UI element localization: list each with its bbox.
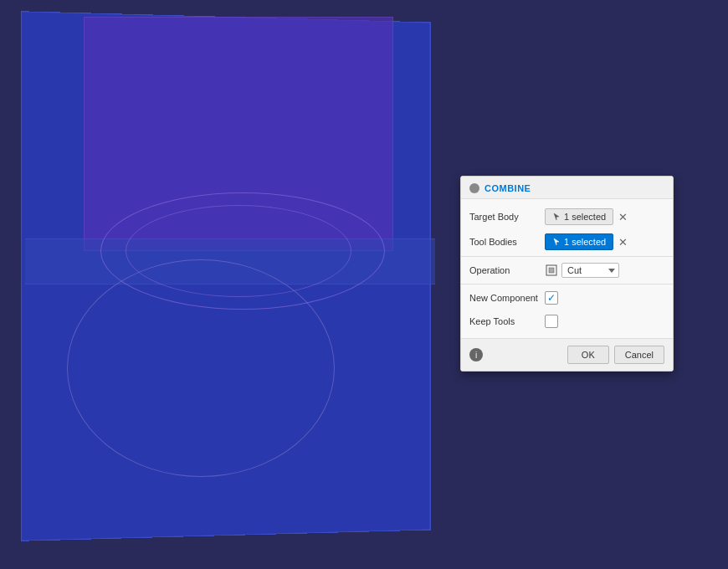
check-icon-new-component: ✓ [547, 293, 556, 303]
operation-label: Operation [469, 265, 545, 275]
tool-bodies-value: 1 selected [564, 237, 606, 247]
keep-tools-row: Keep Tools [461, 310, 673, 333]
target-body-label: Target Body [469, 212, 545, 222]
target-body-selection-btn[interactable]: 1 selected [545, 208, 613, 225]
operation-select[interactable]: Cut Join Intersect [561, 263, 619, 278]
info-icon-label: i [475, 351, 477, 360]
combine-dialog: COMBINE Target Body 1 selected ✕ Tool Bo… [460, 176, 674, 372]
keep-tools-label: Keep Tools [469, 316, 545, 326]
operation-select-wrapper: Cut Join Intersect [545, 263, 619, 278]
tool-bodies-row: Tool Bodies 1 selected ✕ [461, 229, 673, 254]
new-component-checkbox[interactable]: ✓ [545, 291, 558, 305]
divider-2 [461, 284, 673, 284]
tool-bodies-selection-btn[interactable]: 1 selected [545, 233, 613, 250]
dialog-footer: i OK Cancel [461, 338, 673, 371]
dialog-body: Target Body 1 selected ✕ Tool Bodies [461, 199, 673, 338]
cursor-icon-target [552, 213, 561, 221]
target-body-clear-btn[interactable]: ✕ [618, 211, 628, 223]
circle-lower [67, 259, 335, 477]
tool-bodies-clear-btn[interactable]: ✕ [618, 236, 628, 249]
target-body-row: Target Body 1 selected ✕ [461, 204, 673, 229]
target-body-value: 1 selected [564, 212, 606, 222]
new-component-label: New Component [469, 293, 545, 303]
new-component-row: New Component ✓ [461, 286, 673, 310]
operation-row: Operation Cut Join Intersect [461, 259, 673, 282]
ok-button[interactable]: OK [567, 346, 609, 364]
cancel-button[interactable]: Cancel [614, 346, 664, 364]
divider-1 [461, 256, 673, 257]
cut-operation-icon [545, 264, 558, 277]
cursor-icon-tool [552, 238, 561, 246]
tool-bodies-label: Tool Bodies [469, 237, 545, 247]
dialog-title: COMBINE [484, 183, 531, 193]
footer-buttons: OK Cancel [567, 346, 664, 364]
svg-rect-1 [549, 268, 554, 273]
dialog-header-icon [469, 183, 479, 193]
dialog-header: COMBINE [461, 177, 673, 199]
keep-tools-checkbox[interactable] [545, 315, 558, 328]
info-icon[interactable]: i [469, 348, 483, 361]
